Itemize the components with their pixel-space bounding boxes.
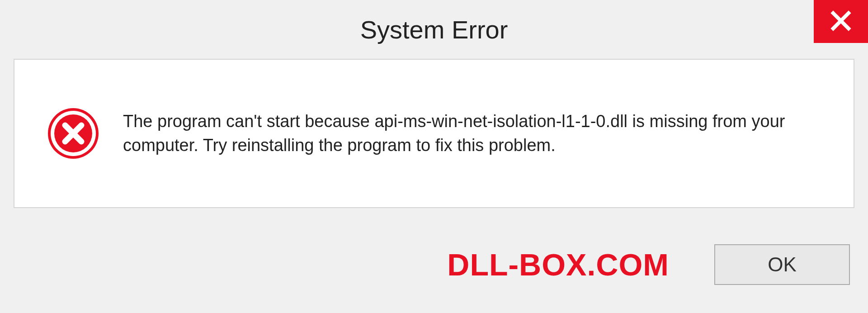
content-panel: The program can't start because api-ms-w… xyxy=(14,59,854,208)
footer-area: DLL-BOX.COM OK xyxy=(0,216,868,313)
titlebar: System Error xyxy=(0,0,868,59)
close-button[interactable] xyxy=(814,0,868,43)
error-icon xyxy=(46,106,100,161)
ok-button[interactable]: OK xyxy=(714,244,850,285)
close-icon xyxy=(830,9,852,34)
error-message: The program can't start because api-ms-w… xyxy=(123,109,835,157)
watermark-text: DLL-BOX.COM xyxy=(447,247,669,282)
dialog-title: System Error xyxy=(360,15,508,44)
